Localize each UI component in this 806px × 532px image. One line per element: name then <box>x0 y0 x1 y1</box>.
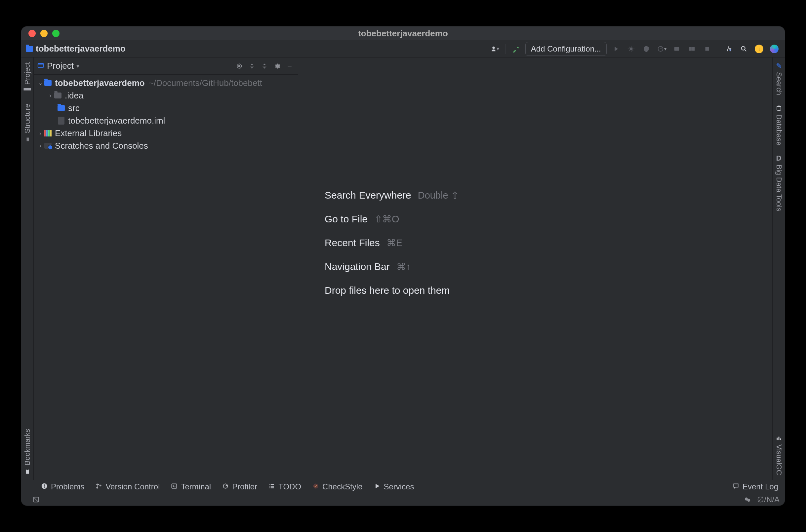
coverage-icon[interactable] <box>640 43 652 55</box>
svg-rect-15 <box>778 437 779 440</box>
todo-tab[interactable]: TODO <box>268 482 301 491</box>
tree-item-iml[interactable]: tobebetterjavaerdemo.iml <box>34 114 298 127</box>
hide-icon[interactable] <box>285 61 295 71</box>
chevron-down-icon[interactable]: ⌄ <box>37 79 44 87</box>
svg-rect-27 <box>270 486 271 487</box>
project-tab[interactable]: ▬ Project <box>23 57 32 99</box>
project-tool-header: Project ▾ <box>34 57 298 75</box>
feather-icon: ✎ <box>775 62 783 70</box>
problems-tab[interactable]: Problems <box>41 482 84 491</box>
svg-marker-32 <box>376 484 379 488</box>
svg-rect-25 <box>270 484 271 485</box>
svg-rect-28 <box>271 486 274 487</box>
chevron-right-icon[interactable]: › <box>47 92 54 99</box>
tree-item-src[interactable]: src <box>34 102 298 114</box>
terminal-tab[interactable]: Terminal <box>171 482 211 491</box>
tree-external-libraries[interactable]: › External Libraries <box>34 127 298 139</box>
database-tab-label: Database <box>774 114 783 146</box>
collapse-all-icon[interactable] <box>260 61 269 71</box>
svg-rect-18 <box>44 484 45 487</box>
chevron-right-icon[interactable]: › <box>37 142 44 149</box>
editor-empty-state[interactable]: Search Everywhere Double ⇧ Go to File ⇧⌘… <box>298 57 772 480</box>
hint-action: Navigation Bar <box>325 261 390 272</box>
translate-icon[interactable]: A <box>723 43 735 55</box>
expand-all-icon[interactable] <box>247 61 257 71</box>
bottom-tool-bar: Problems Version Control Terminal Profil… <box>21 480 785 493</box>
big-data-icon: D <box>775 155 783 162</box>
tree-scratches[interactable]: › Scratches and Consoles <box>34 139 298 152</box>
structure-tab[interactable]: ≡ Structure <box>23 99 32 148</box>
svg-point-21 <box>97 487 98 488</box>
bookmarks-tab-label: Bookmarks <box>23 429 32 465</box>
main-area: ▬ Project ≡ Structure Bookmarks Proje <box>21 57 785 480</box>
version-control-tab[interactable]: Version Control <box>96 482 160 491</box>
tree-item-label: .idea <box>65 91 83 101</box>
big-data-tab-label: Big Data Tools <box>774 165 783 211</box>
run-icon[interactable] <box>610 43 622 55</box>
build-hammer-icon[interactable] <box>510 43 522 55</box>
update-available-icon[interactable] <box>753 43 765 55</box>
visualgc-icon <box>775 435 783 442</box>
svg-point-31 <box>314 483 318 488</box>
svg-point-20 <box>97 484 98 485</box>
structure-icon: ≡ <box>24 136 31 144</box>
attach-alt-icon[interactable] <box>686 43 698 55</box>
search-tab[interactable]: ✎ Search <box>774 57 783 100</box>
database-tab[interactable]: Database <box>774 100 783 150</box>
profiler-tab[interactable]: Profiler <box>222 482 257 491</box>
version-control-label: Version Control <box>106 482 160 491</box>
bookmark-icon <box>24 468 31 475</box>
main-toolbar: tobebetterjavaerdemo ▾ Add Configuration… <box>21 40 785 57</box>
chevron-down-icon[interactable]: ▾ <box>76 62 79 70</box>
svg-rect-23 <box>172 484 177 488</box>
hint-shortcut: ⇧⌘O <box>374 213 399 225</box>
tool-windows-toggle-icon[interactable] <box>32 496 40 503</box>
project-folder-icon <box>26 46 33 52</box>
warning-icon <box>41 482 48 491</box>
hint-action: Recent Files <box>325 237 380 248</box>
svg-point-35 <box>747 499 750 501</box>
services-tab[interactable]: Services <box>374 482 414 491</box>
tree-root-path: ~/Documents/GitHub/tobebett <box>149 78 262 88</box>
chevron-right-icon[interactable]: › <box>37 130 44 137</box>
select-opened-icon[interactable] <box>235 61 244 71</box>
hint-shortcut: ⌘E <box>387 237 402 248</box>
breadcrumb[interactable]: tobebetterjavaerdemo <box>26 44 126 54</box>
status-na-label: ∅/N/A <box>757 495 780 504</box>
speech-bubble-icon <box>733 482 739 491</box>
project-view-label[interactable]: Project <box>47 61 74 71</box>
status-na[interactable]: ∅/N/A <box>757 495 780 504</box>
tree-root[interactable]: ⌄ tobebetterjavaerdemo ~/Documents/GitHu… <box>34 77 298 89</box>
event-log-tab[interactable]: Event Log <box>733 482 778 491</box>
big-data-tab[interactable]: D Big Data Tools <box>774 150 783 216</box>
window-title: tobebetterjavaerdemo <box>21 28 785 39</box>
svg-rect-26 <box>271 484 274 485</box>
source-folder-icon <box>57 105 65 111</box>
code-with-me-icon[interactable]: ▾ <box>489 43 501 55</box>
tree-item-idea[interactable]: › .idea <box>34 89 298 102</box>
hint-search-everywhere: Search Everywhere Double ⇧ <box>325 190 772 201</box>
stop-icon[interactable] <box>701 43 713 55</box>
svg-rect-12 <box>288 66 292 66</box>
svg-rect-19 <box>44 487 45 488</box>
hint-recent-files: Recent Files ⌘E <box>325 237 772 248</box>
run-config-selector[interactable]: Add Configuration... <box>525 42 607 56</box>
background-tasks-icon[interactable] <box>744 496 751 503</box>
project-tree[interactable]: ⌄ tobebetterjavaerdemo ~/Documents/GitHu… <box>34 75 298 154</box>
svg-rect-2 <box>674 47 679 51</box>
search-icon[interactable] <box>738 43 750 55</box>
tree-item-label: src <box>68 103 80 113</box>
gear-icon[interactable] <box>272 61 282 71</box>
bookmarks-tab[interactable]: Bookmarks <box>23 424 32 480</box>
visualgc-tab[interactable]: VisualGC <box>774 430 783 480</box>
folder-icon: ▬ <box>24 87 31 95</box>
hint-action: Search Everywhere <box>325 190 411 201</box>
toolbox-icon[interactable] <box>768 43 780 55</box>
folder-icon <box>54 93 62 98</box>
debug-icon[interactable] <box>625 43 637 55</box>
hint-navigation-bar: Navigation Bar ⌘↑ <box>325 261 772 272</box>
profiler-label: Profiler <box>232 482 257 491</box>
profile-icon[interactable]: ▾ <box>656 43 668 55</box>
attach-icon[interactable] <box>671 43 683 55</box>
checkstyle-tab[interactable]: CheckStyle <box>313 482 362 491</box>
